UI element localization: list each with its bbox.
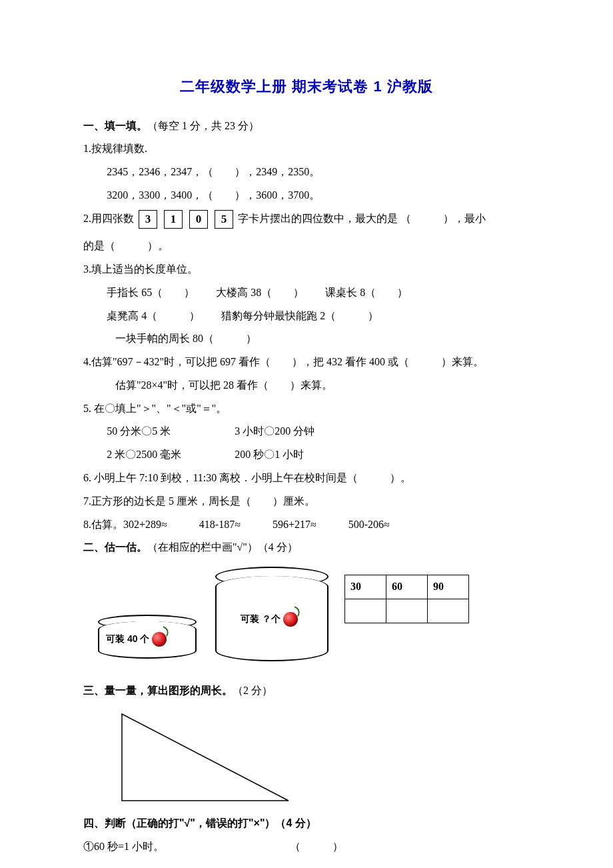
q2-prefix: 2.用四张数 xyxy=(83,213,134,224)
section-1-label: 一、填一填。 xyxy=(83,120,147,131)
q3-label: 3.填上适当的长度单位。 xyxy=(83,260,530,279)
table-row xyxy=(345,599,469,623)
section-3-header: 三、量一量，算出图形的周长。（2 分） xyxy=(83,681,530,701)
table-cell-blank[interactable] xyxy=(386,599,428,623)
q5-a: 50 分米〇5 米 3 小时〇200 分钟 xyxy=(83,422,530,441)
big-cylinder-label: 可装 ？个 xyxy=(241,611,298,627)
section-2-label: 二、估一估。 xyxy=(83,541,147,553)
big-label-text: 可装 ？个 xyxy=(241,611,281,627)
fruit-icon xyxy=(152,632,167,647)
q2-line1: 2.用四张数 3 1 0 5 字卡片摆出的四位数中，最大的是 （ ），最小 xyxy=(83,209,530,229)
estimate-table: 30 60 90 xyxy=(344,575,469,623)
digit-card-1: 1 xyxy=(164,210,183,229)
q4-b: 估算"28×4"时，可以把 28 看作（ ）来算。 xyxy=(83,376,530,395)
q1-seq-a: 2345，2346，2347，（ ），2349，2350。 xyxy=(83,163,530,182)
section-1-points: （每空 1 分，共 23 分） xyxy=(147,120,259,131)
q2-mid: 字卡片摆出的四位数中，最大的是 （ ），最小 xyxy=(238,213,486,224)
q4-a: 4.估算"697－432"时，可以把 697 看作（ ），把 432 看作 40… xyxy=(83,353,530,372)
section-1-header: 一、填一填。（每空 1 分，共 23 分） xyxy=(83,117,530,136)
table-header-1: 60 xyxy=(386,575,428,599)
section-4-label: 四、判断（正确的打"√"，错误的打"×"）（4 分） xyxy=(83,817,316,829)
table-header-2: 90 xyxy=(428,575,469,599)
table-row: 30 60 90 xyxy=(345,575,469,599)
table-cell-blank[interactable] xyxy=(345,599,386,623)
svg-marker-0 xyxy=(122,714,289,801)
section-3-label: 三、量一量，算出图形的周长。 xyxy=(83,685,233,696)
q3-b: 桌凳高 4（ ） 猎豹每分钟最快能跑 2（ ） xyxy=(83,307,530,326)
q6: 6. 小明上午 7:10 到校，11:30 离校．小明上午在校时间是（ ）。 xyxy=(83,469,530,488)
small-cylinder-label: 可装 40 个 xyxy=(106,631,167,647)
section-4-header: 四、判断（正确的打"√"，错误的打"×"）（4 分） xyxy=(83,814,530,833)
s4-q1-paren: （ ） xyxy=(290,837,343,857)
q2-line2: 的是（ ）。 xyxy=(83,237,530,256)
small-label-text: 可装 40 个 xyxy=(106,631,149,647)
q3-a: 手指长 65（ ） 大楼高 38（ ） 课桌长 8（ ） xyxy=(83,283,530,303)
s4-q1-text: ①60 秒=1 小时。 xyxy=(83,841,164,852)
q3-c: 一块手帕的周长 80（ ） xyxy=(83,329,530,349)
q5-b: 2 米〇2500 毫米 200 秒〇1 小时 xyxy=(83,445,530,465)
triangle-figure xyxy=(115,707,302,807)
digit-card-0: 3 xyxy=(139,210,157,229)
q5-label: 5. 在〇填上"＞"、"＜"或"＝"。 xyxy=(83,399,530,419)
digit-card-3: 5 xyxy=(215,210,233,229)
section-3-points: （2 分） xyxy=(233,685,273,696)
fruit-icon xyxy=(283,612,298,627)
q7: 7.正方形的边长是 5 厘米，周长是（ ）厘米。 xyxy=(83,492,530,511)
page-title: 二年级数学上册 期末考试卷 1 沪教版 xyxy=(83,73,530,100)
estimate-figure: 可装 40 个 可装 ？个 30 60 90 xyxy=(83,564,530,677)
q8: 8.估算。302+289≈ 418-187≈ 596+217≈ 500-206≈ xyxy=(83,515,530,535)
q1-seq-b: 3200，3300，3400，（ ），3600，3700。 xyxy=(83,186,530,205)
s4-q1: ①60 秒=1 小时。 （ ） xyxy=(83,837,530,857)
section-2-points: （在相应的栏中画"√"）（4 分） xyxy=(147,541,298,553)
digit-card-2: 0 xyxy=(189,210,208,229)
q1-label: 1.按规律填数. xyxy=(83,139,530,159)
table-cell-blank[interactable] xyxy=(428,599,469,623)
table-header-0: 30 xyxy=(345,575,386,599)
section-2-header: 二、估一估。（在相应的栏中画"√"）（4 分） xyxy=(83,538,530,557)
